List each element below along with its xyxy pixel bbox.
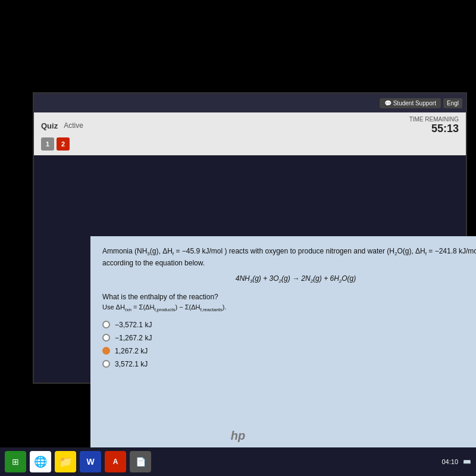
option-3[interactable]: 1,267.2 kJ — [102, 347, 476, 355]
quiz-label: Quiz — [41, 121, 58, 130]
taskbar-time: 04:10 — [441, 458, 458, 465]
radio-4[interactable] — [102, 360, 110, 368]
taskbar: ⊞ 🌐 📁 W A 📄 04:10 ⌨️ — [0, 447, 476, 476]
chemical-equation: 4NH3(g) + 3O2(g) → 2N2(g) + 6H2O(g) — [102, 274, 476, 284]
quiz-header: Quiz Active TIME REMAINING 55:13 — [34, 112, 466, 135]
quiz-title-row: Quiz Active — [41, 121, 83, 130]
time-remaining-block: TIME REMAINING 55:13 — [409, 116, 459, 135]
main-content-area: Ammonia (NH3(g), ΔHf = −45.9 kJ/mol ) re… — [90, 236, 476, 450]
taskbar-pdf-icon[interactable]: A — [105, 451, 126, 472]
option-2-label: −1,267.2 kJ — [115, 334, 152, 342]
taskbar-chrome-icon[interactable]: 🌐 — [30, 451, 51, 472]
taskbar-start-button[interactable]: ⊞ — [5, 451, 26, 472]
question-2-button[interactable]: 2 — [57, 137, 70, 151]
taskbar-word-icon[interactable]: W — [80, 451, 101, 472]
student-support-button[interactable]: 💬 Student Support — [380, 98, 441, 108]
hp-logo: hp — [231, 428, 245, 443]
radio-1[interactable] — [102, 321, 110, 328]
keyboard-icon: ⌨️ — [463, 458, 471, 466]
engl-button[interactable]: Engl — [443, 98, 462, 108]
formula-line: Use ΔHrxn = Σ(ΔHf,products) − Σ(ΔHf,reac… — [102, 303, 476, 312]
option-3-label: 1,267.2 kJ — [115, 347, 148, 355]
taskbar-clock: 04:10 ⌨️ — [441, 458, 471, 466]
question-1-button[interactable]: 1 — [41, 137, 54, 151]
time-value: 55:13 — [409, 123, 459, 135]
student-support-label: Student Support — [393, 100, 436, 107]
option-4-label: 3,572.1 kJ — [115, 360, 148, 368]
engl-label: Engl — [447, 100, 459, 107]
question-numbers-row: 1 2 — [34, 135, 466, 155]
option-2[interactable]: −1,267.2 kJ — [102, 334, 476, 342]
taskbar-folder-icon[interactable]: 📁 — [55, 451, 76, 472]
radio-2[interactable] — [102, 334, 110, 342]
enthalpy-question-text: What is the enthalpy of the reaction? — [102, 293, 476, 301]
question-text: Ammonia (NH3(g), ΔHf = −45.9 kJ/mol ) re… — [102, 246, 476, 268]
option-4[interactable]: 3,572.1 kJ — [102, 360, 476, 368]
quiz-screen: 💬 Student Support Engl Quiz Active TIME … — [33, 92, 467, 384]
radio-3[interactable] — [102, 347, 110, 355]
top-bar: 💬 Student Support Engl — [34, 93, 466, 112]
quiz-status: Active — [64, 121, 83, 130]
option-1-label: −3,572.1 kJ — [115, 321, 152, 329]
time-remaining-label: TIME REMAINING — [409, 116, 459, 123]
option-1[interactable]: −3,572.1 kJ — [102, 321, 476, 329]
taskbar-file-icon[interactable]: 📄 — [130, 451, 151, 472]
support-icon: 💬 — [384, 100, 392, 107]
